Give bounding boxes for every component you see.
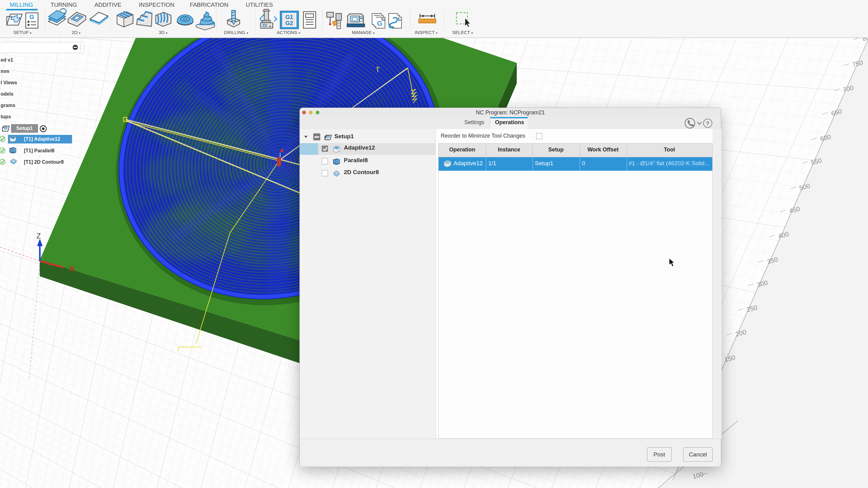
svg-text:G1: G1 bbox=[285, 14, 293, 20]
svg-text:G: G bbox=[377, 20, 382, 27]
svg-text:?: ? bbox=[706, 120, 710, 127]
svg-text:G2: G2 bbox=[285, 20, 293, 26]
svg-text:Z: Z bbox=[36, 232, 41, 240]
svg-text:G: G bbox=[29, 13, 34, 20]
